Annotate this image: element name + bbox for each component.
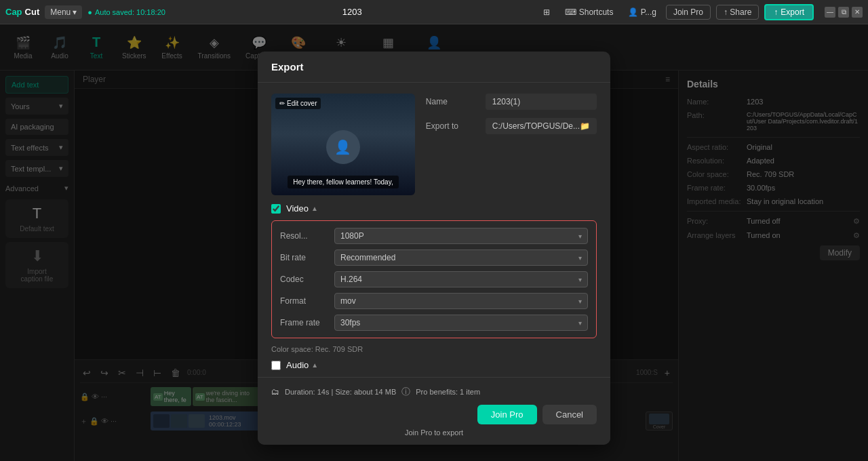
join-pro-export-button[interactable]: Join Pro (477, 405, 537, 424)
chevron-down-icon: ▾ (578, 254, 582, 262)
footer-info: 🗂 Duration: 14s | Size: about 14 MB ⓘ Pr… (271, 386, 597, 398)
cancel-button[interactable]: Cancel (542, 405, 597, 424)
project-title: 1203 (171, 7, 534, 17)
resolution-select[interactable]: 1080P ▾ (334, 228, 588, 244)
modal-body: 👤 Hey there, fellow learners! Today, ✏ E… (258, 83, 610, 377)
chevron-down-icon: ▾ (578, 319, 582, 327)
export-button[interactable]: ↑Export (764, 4, 814, 20)
chevron-down-icon: ▾ (578, 276, 582, 283)
edit-icon: ✏ (279, 100, 285, 107)
speaker-silhouette: 👤 (326, 130, 360, 164)
footer-actions: Join Pro Cancel (271, 405, 597, 424)
video-section-arrow: ▲ (311, 205, 318, 212)
export-modal: Export 👤 Hey there, fellow learners! Tod… (258, 52, 610, 445)
audio-section-arrow: ▲ (311, 361, 318, 369)
chevron-down-icon: ▾ (578, 233, 582, 240)
modal-header: Export (258, 52, 610, 83)
video-section-title: Video ▲ (286, 203, 318, 214)
export-path-input[interactable]: C:/Users/TOPGUS/De... 📁 (486, 118, 597, 134)
minimize-button[interactable]: — (825, 7, 835, 18)
format-select[interactable]: mov ▾ (334, 293, 588, 309)
view-options-button[interactable]: ⊞ (539, 5, 554, 20)
video-checkbox[interactable] (271, 204, 281, 214)
framerate-select[interactable]: 30fps ▾ (334, 315, 588, 331)
modal-title: Export (271, 61, 304, 73)
codec-row: Codec H.264 ▾ (280, 271, 588, 287)
modal-form-fields: Name 1203(1) Export to C:/Users/TOPGUS/D… (426, 94, 597, 195)
chevron-down-icon: ▾ (578, 298, 582, 305)
folder-icon[interactable]: 📁 (580, 121, 590, 131)
audio-checkbox[interactable] (271, 361, 281, 370)
name-input[interactable]: 1203(1) (486, 94, 597, 110)
modal-top-row: 👤 Hey there, fellow learners! Today, ✏ E… (271, 94, 597, 195)
join-pro-button[interactable]: Join Pro (666, 5, 711, 20)
audio-section-header: Audio ▲ (271, 360, 597, 370)
join-pro-export-label: Join Pro to export (271, 428, 597, 437)
window-controls: — ⧉ ✕ (825, 7, 863, 18)
bitrate-row: Bit rate Recommended ▾ (280, 249, 588, 266)
preview-container: 👤 Hey there, fellow learners! Today, ✏ E… (271, 94, 415, 195)
duration-text: Duration: 14s | Size: about 14 MB (285, 388, 396, 396)
pro-benefits-text: Pro benefits: 1 item (416, 388, 480, 396)
modal-footer: 🗂 Duration: 14s | Size: about 14 MB ⓘ Pr… (258, 377, 610, 445)
audio-section-title: Audio ▲ (286, 360, 318, 370)
topbar-right-controls: ⊞ ⌨ Shortcuts 👤 P...g Join Pro ↑ Share ↑… (539, 4, 863, 20)
edit-cover-button[interactable]: ✏ Edit cover (275, 98, 321, 109)
restore-button[interactable]: ⧉ (838, 7, 849, 18)
video-settings-box: Resol... 1080P ▾ Bit rate Recommended ▾ … (271, 220, 597, 338)
bitrate-select[interactable]: Recommended ▾ (334, 249, 588, 266)
app-logo: CapCut (5, 7, 39, 17)
autosave-status: ● Auto saved: 10:18:20 (87, 8, 165, 16)
export-to-row: Export to C:/Users/TOPGUS/De... 📁 (426, 118, 597, 134)
format-row: Format mov ▾ (280, 293, 588, 309)
preview-text-overlay: Hey there, fellow learners! Today, (288, 176, 398, 188)
file-icon: 🗂 (271, 387, 279, 397)
info-icon: ⓘ (401, 386, 410, 398)
resolution-row: Resol... 1080P ▾ (280, 228, 588, 244)
menu-button[interactable]: Menu ▾ (45, 5, 82, 19)
close-button[interactable]: ✕ (852, 7, 863, 18)
topbar: CapCut Menu ▾ ● Auto saved: 10:18:20 120… (0, 0, 868, 24)
video-section-header: Video ▲ (271, 203, 597, 214)
framerate-row: Frame rate 30fps ▾ (280, 315, 588, 331)
codec-select[interactable]: H.264 ▾ (334, 271, 588, 287)
modal-overlay: Export 👤 Hey there, fellow learners! Tod… (0, 24, 868, 461)
share-button[interactable]: ↑ Share (716, 5, 759, 20)
profile-button[interactable]: 👤 P...g (624, 5, 660, 20)
name-row: Name 1203(1) (426, 94, 597, 110)
color-space-info: Color space: Rec. 709 SDR (271, 345, 597, 353)
shortcuts-button[interactable]: ⌨ Shortcuts (559, 5, 619, 20)
